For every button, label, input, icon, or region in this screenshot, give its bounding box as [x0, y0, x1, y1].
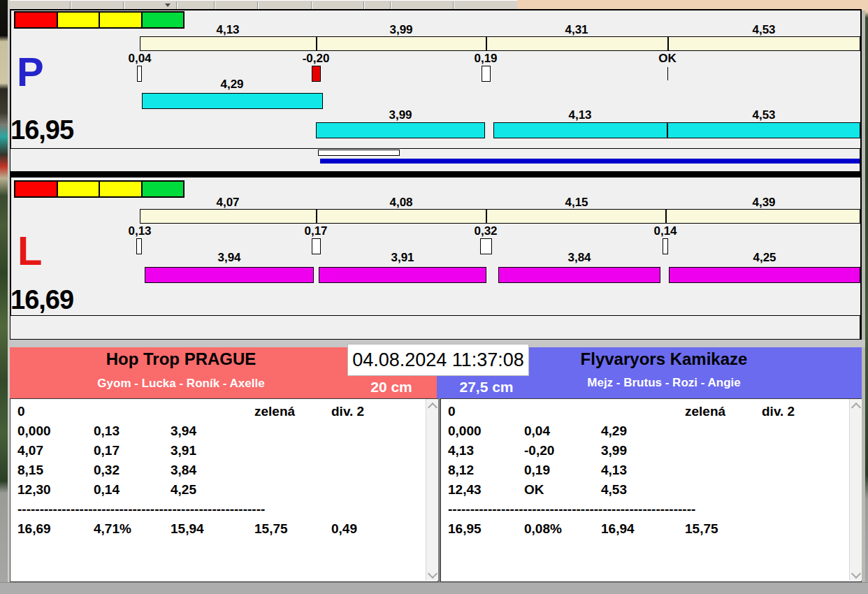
table-row: 0,000 0,04 4,29 [448, 423, 839, 443]
deviation-label: 0,04 [128, 52, 151, 64]
scale-divider [316, 209, 317, 224]
bar-label: 4,29 [220, 78, 243, 90]
desktop-background-left [0, 0, 8, 594]
bar-label: 4,25 [753, 252, 776, 263]
distance-badge-left: 20 cm [353, 379, 430, 394]
segment-bar-l [669, 267, 860, 283]
deviation-label: 0,19 [474, 52, 497, 64]
table-row: 12,30 0,14 4,25 [17, 482, 419, 502]
toolbar-divider [257, 1, 258, 9]
table-gap [438, 398, 440, 582]
table-content-left: 0 zelená div. 2 0,000 0,13 3,94 4,07 0,1… [17, 404, 419, 541]
datetime-display: 04.08.2024 11:37:08 [347, 344, 529, 376]
segment-bar-p [316, 122, 485, 138]
deviation-label: OK [658, 52, 677, 64]
team-members-left: Gyom - Lucka - Roník - Axelle [24, 377, 338, 389]
bar-label: 4,13 [568, 109, 591, 121]
zone-legend-l [14, 180, 185, 198]
table-totals-row: 16,69 4,71% 15,94 15,75 0,49 [17, 521, 419, 541]
segment-bar-p [142, 93, 323, 109]
lane-letter-p: P [17, 52, 44, 92]
dropdown-arrow-icon[interactable] [165, 3, 171, 7]
toolbar-divider [214, 1, 215, 9]
table-row: 8,15 0,32 3,84 [17, 463, 419, 482]
split-label: 4,31 [565, 24, 588, 36]
table-row: 12,43 OK 4,53 [448, 482, 839, 502]
progress-bar [320, 159, 860, 164]
toolbar-divider [311, 1, 312, 9]
split-label: 3,99 [389, 24, 412, 36]
legend-yellow-cell [100, 182, 143, 196]
chevron-down-icon[interactable] [428, 569, 437, 579]
scale-divider [316, 36, 317, 51]
scale-divider [486, 209, 487, 224]
table-row: 4,13 -0,20 3,99 [448, 443, 839, 463]
split-label: 4,07 [216, 196, 239, 208]
legend-green-cell [143, 182, 184, 196]
table-separator: ----------------------------------------… [448, 502, 839, 521]
toolbar-divider [453, 1, 454, 9]
team-name-left: Hop Trop PRAGUE [24, 351, 338, 368]
bar-divider [667, 122, 668, 138]
window-frame-right [862, 10, 865, 594]
deviation-marker [663, 238, 668, 254]
team-members-right: Mejz - Brutus - Rozi - Angie [500, 377, 828, 389]
deviation-marker [137, 66, 142, 82]
toolbar-divider [390, 1, 391, 9]
table-totals-row: 16,95 0,08% 16,94 15,75 [448, 521, 839, 541]
deviation-label: 0,17 [304, 225, 327, 237]
scrollbar-left-table[interactable] [426, 399, 438, 581]
deviation-marker [312, 238, 321, 254]
table-row: 0,000 0,13 3,94 [17, 423, 419, 443]
scale-divider [667, 36, 669, 51]
segment-bar-p [493, 122, 860, 138]
status-bar [0, 582, 868, 594]
segment-bar-l [145, 267, 314, 283]
table-row: 4,07 0,17 3,91 [17, 443, 419, 463]
total-time-l: 16,69 [10, 287, 73, 313]
deviation-marker [136, 238, 142, 254]
scrollbar-right-table[interactable] [849, 399, 862, 581]
split-label: 4,53 [752, 24, 775, 36]
total-time-p: 16,95 [10, 117, 73, 143]
deviation-marker-ok [667, 67, 668, 80]
table-content-right: 0 zelená div. 2 0,000 0,04 4,29 4,13 -0,… [448, 404, 839, 541]
chevron-up-icon[interactable] [851, 403, 861, 412]
scale-divider [486, 36, 487, 51]
split-label: 4,08 [389, 196, 412, 208]
bar-label: 3,99 [389, 109, 412, 121]
zone-legend-p [14, 11, 185, 29]
scale-divider [665, 209, 667, 224]
progress-track-l [10, 315, 860, 340]
segment-bar-l [498, 267, 660, 283]
app-window: 4,13 3,99 4,31 4,53 0,04 -0,20 0,19 OK P… [0, 0, 868, 594]
deviation-label: -0,20 [303, 52, 330, 64]
chevron-up-icon[interactable] [428, 403, 437, 412]
deviation-label: 0,32 [474, 225, 497, 237]
table-row: 0 zelená div. 2 [17, 404, 419, 423]
legend-yellow-cell [100, 13, 143, 27]
legend-yellow-cell [58, 13, 101, 27]
toolbar-divider [70, 1, 71, 9]
segment-bar-l [319, 267, 486, 283]
team-name-right: Flyvaryors Kamikaze [500, 351, 828, 368]
clipped-toolbar [10, 0, 517, 10]
table-separator: ----------------------------------------… [17, 502, 419, 521]
deviation-marker [480, 238, 492, 254]
bar-label: 3,84 [567, 252, 591, 263]
table-row: 8,12 0,19 4,13 [448, 463, 839, 482]
toolbar-divider [123, 1, 124, 9]
legend-green-cell [143, 13, 184, 27]
toolbar-divider [176, 1, 177, 9]
distance-badge-right: 27,5 cm [442, 379, 531, 394]
toolbar-divider [363, 1, 364, 9]
desktop-background-right [865, 0, 868, 594]
legend-yellow-cell [58, 182, 101, 196]
bar-label: 3,91 [391, 252, 414, 263]
split-label: 4,39 [752, 196, 775, 208]
chevron-down-icon[interactable] [851, 569, 861, 579]
split-label: 4,13 [216, 24, 239, 36]
deviation-marker [482, 66, 491, 82]
progress-marker [318, 150, 400, 156]
deviation-marker-alert [312, 66, 321, 82]
